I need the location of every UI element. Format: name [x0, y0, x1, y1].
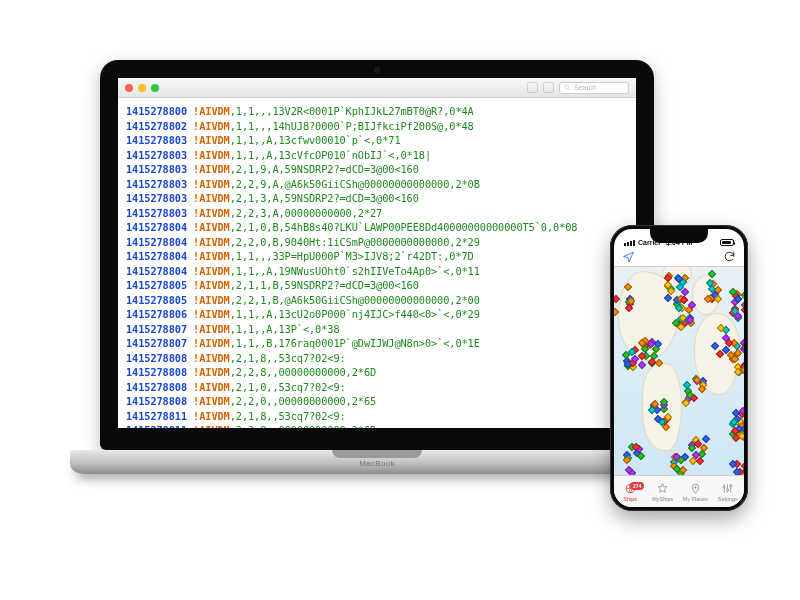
search-placeholder: Search — [574, 84, 596, 91]
ship-marker[interactable] — [702, 435, 710, 443]
svg-point-6 — [730, 484, 732, 486]
ais-log-viewer[interactable]: 1415278800 !AIVDM,1,1,,,13V2R<0001P`KphI… — [118, 98, 636, 428]
pin-icon — [689, 482, 702, 495]
svg-line-1 — [568, 88, 570, 90]
svg-point-0 — [565, 85, 569, 89]
tab-myships[interactable]: MyShips — [647, 476, 680, 507]
laptop-brand-label: MacBook — [359, 459, 394, 468]
tab-bar: 274 Ships MyShips My Places Settings — [614, 475, 744, 507]
sidebar-toggle-icon[interactable] — [527, 82, 538, 93]
iphone-notch — [650, 229, 708, 243]
tab-label: Ships — [623, 496, 637, 502]
search-icon — [564, 84, 571, 91]
ship-markers-layer — [614, 267, 744, 475]
ships-count-badge: 274 — [630, 482, 644, 490]
search-input[interactable]: Search — [559, 82, 629, 94]
tab-ships[interactable]: 274 Ships — [614, 476, 647, 507]
ship-marker[interactable] — [696, 457, 704, 465]
locate-icon[interactable] — [622, 250, 635, 263]
zoom-icon[interactable] — [151, 84, 159, 92]
ship-marker[interactable] — [638, 361, 646, 369]
window-titlebar[interactable]: Search — [118, 78, 636, 98]
laptop-screen: Search 1415278800 !AIVDM,1,1,,,13V2R<000… — [118, 78, 636, 428]
sliders-icon — [721, 482, 734, 495]
svg-point-4 — [723, 485, 725, 487]
iphone-screen: Carrier 3:04 PM 274 — [614, 229, 744, 507]
camera-dot — [374, 67, 380, 73]
minimize-icon[interactable] — [138, 84, 146, 92]
ship-marker[interactable] — [713, 295, 721, 303]
battery-icon — [720, 239, 734, 246]
signal-icon — [624, 240, 635, 246]
tab-label: MyShips — [652, 496, 673, 502]
close-icon[interactable] — [125, 84, 133, 92]
refresh-icon[interactable] — [723, 250, 736, 263]
tab-settings[interactable]: Settings — [712, 476, 745, 507]
laptop-bezel: Search 1415278800 !AIVDM,1,1,,,13V2R<000… — [100, 60, 654, 450]
svg-point-5 — [727, 489, 729, 491]
star-icon — [656, 482, 669, 495]
ship-marker[interactable] — [710, 341, 718, 349]
svg-point-3 — [694, 486, 696, 488]
tab-label: Settings — [718, 496, 738, 502]
tab-label: My Places — [683, 496, 708, 502]
ship-marker[interactable] — [623, 282, 631, 290]
ship-marker[interactable] — [614, 295, 620, 303]
traffic-lights — [125, 84, 159, 92]
view-mode-icon[interactable] — [543, 82, 554, 93]
world-map[interactable] — [614, 267, 744, 475]
ship-marker[interactable] — [708, 270, 716, 278]
tab-myplaces[interactable]: My Places — [679, 476, 712, 507]
macbook-device: Search 1415278800 !AIVDM,1,1,,,13V2R<000… — [70, 60, 684, 510]
ship-marker[interactable] — [614, 308, 620, 316]
nav-bar — [614, 247, 744, 267]
iphone-device: Carrier 3:04 PM 274 — [610, 225, 748, 511]
